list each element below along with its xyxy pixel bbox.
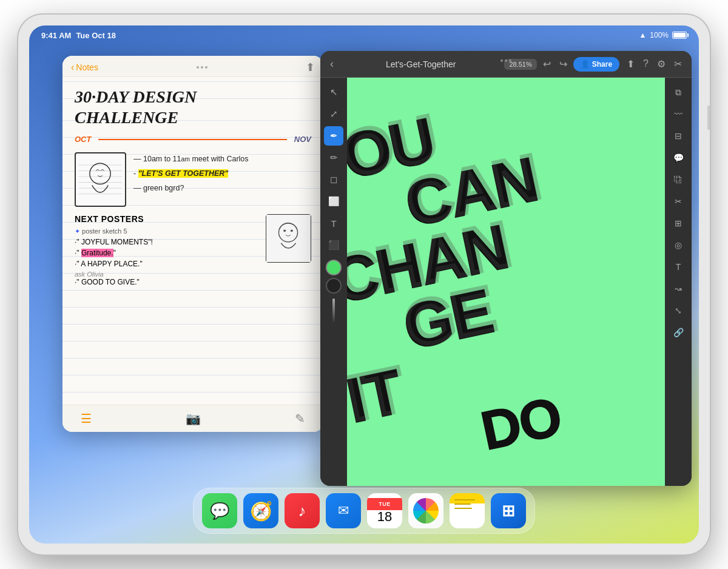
power-button[interactable] [707,106,710,130]
notes-item-green: — green bgrd? [133,181,311,196]
person-icon: 👤 [581,60,590,69]
notes-share-button[interactable]: ⬆ [306,61,315,74]
notes-drag-handle[interactable] [197,66,207,69]
ipad-frame: 9:41 AM Tue Oct 18 ▲ 100% ‹ Notes [18,15,710,554]
notes-list: — 10am to 11am meet with Carlos - "LET'S… [133,152,311,207]
battery-icon [672,32,687,39]
drawing-toolbar-icons: ⬆ ? ⚙ ✂ [623,56,686,72]
svg-point-9 [283,230,286,232]
chevron-left-icon: ‹ [71,62,74,73]
notes-title: 30·DAY DESIGN CHALLENGE [75,87,311,127]
notes-dock-icon-content [450,493,485,528]
checklist-icon[interactable]: ☰ [81,411,92,426]
safari-icon: 🧭 [250,500,272,522]
copy-icon[interactable]: ⿻ [669,170,688,189]
dock-notes[interactable] [450,493,485,528]
music-icon: ♪ [298,502,306,520]
status-bar: 9:41 AM Tue Oct 18 ▲ 100% [29,25,699,45]
size-slider[interactable] [332,298,335,323]
arrange-icon[interactable]: ⊞ [669,214,688,233]
poster-sketch [266,214,311,263]
text-tool[interactable]: T [324,214,343,233]
svg-point-6 [90,163,110,184]
photos-icon [413,498,439,524]
calendar-month: TUE [367,498,402,510]
cursor-tool[interactable]: ↖ [324,82,343,102]
drawing-canvas-wrapper: ↖ ⤢ ✒ ✏ ◻ ⬜ T ⬛ [320,78,692,486]
dock-messages[interactable]: 💬 [202,493,237,528]
transform2-icon[interactable]: ⤡ [669,301,688,320]
calendar-day: 18 [377,510,392,524]
drawing-drag-handle[interactable] [500,59,511,62]
drawing-toolbar: ‹ Let's-Get-Together 28.51% ↩ ↪ 👤 Share … [320,51,692,78]
app-store-icon: ⊞ [502,502,515,520]
upload-icon[interactable]: ⬆ [623,56,638,72]
ipad-screen: 9:41 AM Tue Oct 18 ▲ 100% ‹ Notes [29,25,699,544]
status-date: Tue Oct 18 [76,31,116,40]
dock-safari[interactable]: 🧭 [243,493,278,528]
notes-date-line [98,139,286,140]
redo-button[interactable]: ↪ [557,56,570,72]
camera-icon[interactable]: 📷 [186,411,201,426]
eraser-tool[interactable]: ◻ [324,170,343,189]
status-right-icons: ▲ 100% [639,31,687,39]
notes-date-oct: OCT [75,135,91,144]
signature-text: ask Olivia [75,271,311,278]
cut-icon[interactable]: ✂ [669,192,688,211]
battery-percent: 100% [650,31,669,39]
pen-tool[interactable]: ✒ [324,126,343,146]
smudge-icon[interactable]: 〰 [669,104,688,124]
settings-icon[interactable]: ⚙ [653,56,669,72]
selection-tool[interactable]: ⬜ [324,192,343,211]
drawing-back-button[interactable]: ‹ [326,55,337,73]
drawing-canvas[interactable]: YOU CAN CHAN GE IT DO YOU CAN CHAN [347,78,665,486]
clone-icon[interactable]: ⊟ [669,126,688,146]
drawing-window: ‹ Let's-Get-Together 28.51% ↩ ↪ 👤 Share … [320,51,692,486]
notes-date-nov: NOV [294,135,311,144]
svg-point-10 [291,230,293,232]
color-swatch[interactable] [326,260,342,275]
notes-dock-line2 [454,503,471,505]
notes-content: 30·DAY DESIGN CHALLENGE OCT NOV [62,77,323,405]
mail-icon: ✉ [338,503,349,519]
help-icon[interactable]: ? [639,56,652,72]
share-button[interactable]: 👤 Share [573,57,619,72]
status-time: 9:41 AM [41,31,71,40]
dock-app-store[interactable]: ⊞ [491,493,526,528]
crop-tool[interactable]: ⬛ [324,235,343,255]
link-icon[interactable]: 🔗 [669,323,688,342]
pencil-tool[interactable]: ✏ [324,148,343,167]
markup-icon[interactable]: ✎ [295,411,305,426]
notes-posters-section: NEXT POSTERS ✦ poster sketch 5 ·" JOYFUL… [75,214,311,289]
notes-items-area: — 10am to 11am meet with Carlos - "LET'S… [75,152,311,207]
drawing-title: Let's-Get-Together [341,59,500,69]
notes-toolbar: ‹ Notes ⬆ [62,56,323,77]
notes-dock-line1 [454,499,475,500]
notes-dock-line3 [454,508,472,509]
curve-icon[interactable]: ↝ [669,279,688,298]
notes-sketch [75,152,126,207]
comment-icon[interactable]: 💬 [669,148,688,167]
drawing-left-toolbar: ↖ ⤢ ✒ ✏ ◻ ⬜ T ⬛ [320,78,347,486]
text2-icon[interactable]: T [669,257,688,277]
dock-mail[interactable]: ✉ [326,493,361,528]
notes-window: ‹ Notes ⬆ 30·DAY DESIGN CHALLENGE OCT [62,56,323,432]
dock: 💬 🧭 ♪ ✉ TUE 18 [193,488,535,534]
camera2-icon[interactable]: ◎ [669,235,688,255]
notes-back-button[interactable]: ‹ Notes [71,62,98,73]
modify-icon[interactable]: ✂ [670,56,686,72]
poster-item-4: ·" GOOD TO GIVE." [75,278,311,286]
black-swatch[interactable] [326,278,342,294]
notes-back-label: Notes [76,62,98,72]
drawing-right-toolbar: ⧉ 〰 ⊟ 💬 ⿻ ✂ ⊞ ◎ T ↝ ⤡ 🔗 [665,78,692,486]
highlighted-text: "LET'S GET TOGETHER" [138,169,229,178]
messages-icon: 💬 [210,502,229,520]
undo-button[interactable]: ↩ [541,56,553,72]
notes-bottom-bar: ☰ 📷 ✎ [62,405,323,432]
layers-icon[interactable]: ⧉ [669,82,688,102]
dock-music[interactable]: ♪ [285,493,320,528]
dock-calendar[interactable]: TUE 18 [367,493,402,528]
notes-dock-lines [454,499,480,512]
dock-photos[interactable] [408,493,443,528]
transform-tool[interactable]: ⤢ [324,104,343,124]
